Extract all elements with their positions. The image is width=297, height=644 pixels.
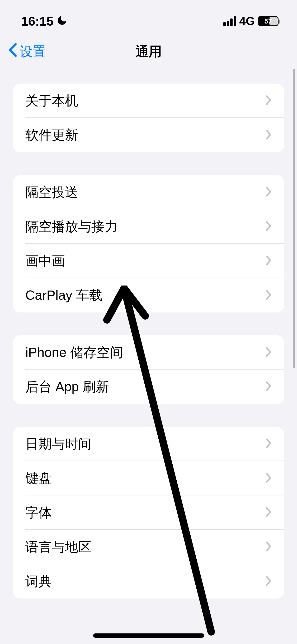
battery-icon: 57 xyxy=(258,16,279,26)
row-label: 语言与地区 xyxy=(25,538,91,556)
chevron-right-icon xyxy=(265,255,272,267)
chevron-right-icon xyxy=(265,95,272,107)
row-pip[interactable]: 画中画 xyxy=(13,244,284,278)
do-not-disturb-icon xyxy=(57,14,67,29)
battery-percent: 57 xyxy=(265,17,272,25)
row-airdrop[interactable]: 隔空投送 xyxy=(13,175,284,209)
row-airplay[interactable]: 隔空播放与接力 xyxy=(13,209,284,244)
cellular-signal-icon xyxy=(223,16,236,26)
status-right: 4G 57 xyxy=(223,15,279,28)
row-label: 画中画 xyxy=(25,252,65,270)
chevron-right-icon xyxy=(265,472,272,484)
chevron-right-icon xyxy=(265,129,272,141)
status-time: 16:15 xyxy=(21,14,54,29)
row-background-app-refresh[interactable]: 后台 App 刷新 xyxy=(13,370,284,404)
section-airdrop: 隔空投送 隔空播放与接力 画中画 CarPlay 车载 xyxy=(13,175,284,312)
scrollbar[interactable] xyxy=(293,69,295,368)
network-type: 4G xyxy=(239,15,255,28)
row-label: 关于本机 xyxy=(25,92,78,110)
row-label: 隔空投送 xyxy=(25,183,78,201)
row-label: 软件更新 xyxy=(25,126,78,144)
back-label: 设置 xyxy=(20,43,46,61)
row-label: 字体 xyxy=(25,504,52,522)
chevron-right-icon xyxy=(265,438,272,450)
chevron-right-icon xyxy=(265,289,272,301)
row-label: 隔空播放与接力 xyxy=(25,218,118,236)
section-about: 关于本机 软件更新 xyxy=(13,84,284,152)
row-label: 日期与时间 xyxy=(25,435,91,453)
row-label: 后台 App 刷新 xyxy=(25,378,109,396)
navigation-bar: 设置 通用 xyxy=(0,34,297,69)
back-button[interactable]: 设置 xyxy=(8,43,46,61)
chevron-right-icon xyxy=(265,507,272,518)
row-label: 词典 xyxy=(25,573,52,590)
row-dictionary[interactable]: 词典 xyxy=(13,564,284,599)
chevron-right-icon xyxy=(265,576,272,587)
row-date-time[interactable]: 日期与时间 xyxy=(13,427,284,461)
settings-content: 关于本机 软件更新 隔空投送 隔空播放与接力 画中画 xyxy=(0,84,297,599)
row-label: CarPlay 车载 xyxy=(25,287,102,304)
row-software-update[interactable]: 软件更新 xyxy=(13,118,284,152)
chevron-right-icon xyxy=(265,186,272,198)
page-title: 通用 xyxy=(135,43,162,61)
row-fonts[interactable]: 字体 xyxy=(13,495,284,530)
chevron-right-icon xyxy=(265,541,272,553)
chevron-left-icon xyxy=(8,43,17,61)
chevron-right-icon xyxy=(265,347,272,358)
row-language-region[interactable]: 语言与地区 xyxy=(13,530,284,564)
row-carplay[interactable]: CarPlay 车载 xyxy=(13,278,284,312)
row-about[interactable]: 关于本机 xyxy=(13,84,284,118)
row-label: iPhone 储存空间 xyxy=(25,344,123,361)
row-label: 键盘 xyxy=(25,470,52,487)
section-storage: iPhone 储存空间 后台 App 刷新 xyxy=(13,335,284,404)
home-indicator[interactable] xyxy=(93,633,204,638)
status-left: 16:15 xyxy=(21,14,67,29)
section-date-keyboard: 日期与时间 键盘 字体 语言与地区 词典 xyxy=(13,427,284,599)
status-bar: 16:15 4G 57 xyxy=(0,0,297,34)
chevron-right-icon xyxy=(265,381,272,393)
row-iphone-storage[interactable]: iPhone 储存空间 xyxy=(13,335,284,370)
row-keyboard[interactable]: 键盘 xyxy=(13,461,284,495)
chevron-right-icon xyxy=(265,221,272,232)
